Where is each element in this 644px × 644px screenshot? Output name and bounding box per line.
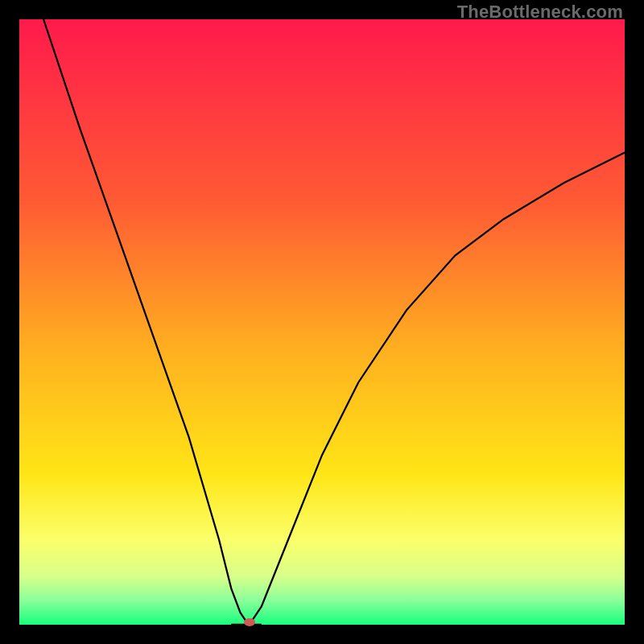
watermark-text: TheBottleneck.com [457, 2, 623, 23]
svg-rect-0 [19, 19, 625, 625]
plot-frame [19, 19, 625, 625]
heat-gradient-background [19, 19, 625, 625]
optimum-marker-dot [244, 618, 255, 626]
